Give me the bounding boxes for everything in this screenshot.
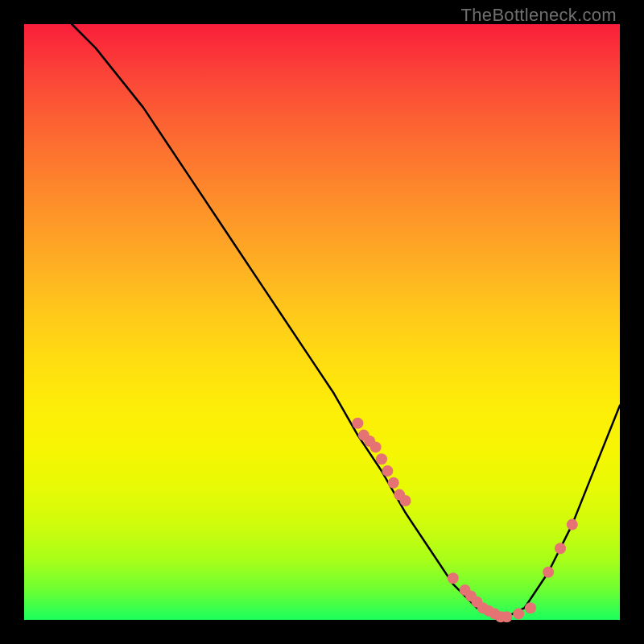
data-markers: [352, 418, 577, 623]
chart-frame: TheBottleneck.com: [0, 0, 644, 644]
watermark-text: TheBottleneck.com: [461, 5, 617, 26]
data-marker: [370, 441, 382, 452]
plot-area: [24, 24, 620, 620]
data-marker: [525, 602, 536, 613]
data-marker: [376, 453, 387, 464]
data-marker: [543, 567, 554, 578]
data-marker: [352, 418, 363, 429]
data-marker: [382, 465, 393, 477]
data-marker: [400, 495, 411, 506]
data-marker: [388, 477, 399, 489]
data-marker: [513, 609, 524, 620]
data-marker: [448, 572, 459, 584]
data-marker: [501, 611, 512, 622]
bottleneck-curve: [72, 24, 620, 620]
data-marker: [555, 543, 566, 554]
data-marker: [567, 519, 578, 530]
chart-svg: [24, 24, 620, 620]
